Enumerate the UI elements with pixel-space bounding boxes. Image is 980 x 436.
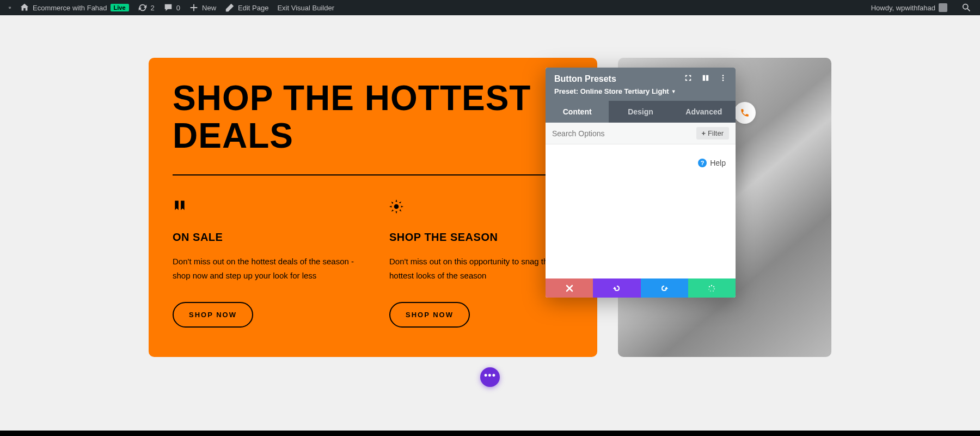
deal-col-sale: ON SALE Don't miss out on the hottest de… bbox=[173, 199, 357, 328]
update-icon bbox=[138, 3, 148, 13]
svg-point-2 bbox=[722, 77, 724, 79]
svg-point-6 bbox=[714, 288, 715, 289]
new-link[interactable]: New bbox=[185, 0, 220, 15]
preset-selector[interactable]: Preset: Online Store Tertiary Light ▼ bbox=[554, 87, 727, 95]
expand-button[interactable] bbox=[684, 74, 692, 84]
avatar bbox=[939, 3, 947, 12]
comments-count: 0 bbox=[176, 4, 180, 12]
wordpress-icon bbox=[9, 3, 11, 13]
panel-title: Button Presets bbox=[554, 74, 616, 84]
svg-point-5 bbox=[713, 286, 714, 287]
howdy-text: Howdy, wpwithfahad bbox=[871, 4, 935, 12]
builder-fab[interactable]: ••• bbox=[480, 367, 500, 387]
help-link[interactable]: ? Help bbox=[698, 159, 726, 167]
page-canvas: SHOP THE HOTTEST DEALS ON SALE Don't mis… bbox=[0, 15, 980, 436]
home-icon bbox=[20, 3, 29, 13]
shop-now-button[interactable]: SHOP NOW bbox=[389, 302, 470, 328]
redo-button[interactable] bbox=[641, 278, 688, 298]
edit-page-label: Edit Page bbox=[238, 4, 268, 12]
exit-builder-link[interactable]: Exit Visual Builder bbox=[273, 0, 339, 15]
filter-button[interactable]: + Filter bbox=[696, 127, 729, 140]
live-badge: Live bbox=[111, 4, 129, 11]
phone-icon bbox=[740, 108, 750, 118]
deals-title: SHOP THE HOTTEST DEALS bbox=[173, 80, 573, 155]
phone-badge[interactable] bbox=[734, 102, 756, 124]
divider bbox=[173, 174, 573, 175]
panel-search-bar: + Filter bbox=[546, 123, 736, 144]
cancel-button[interactable] bbox=[546, 278, 593, 298]
pencil-icon bbox=[225, 3, 235, 13]
svg-point-8 bbox=[710, 290, 711, 291]
new-label: New bbox=[202, 4, 216, 12]
bottom-bar bbox=[0, 431, 980, 436]
tab-content[interactable]: Content bbox=[546, 101, 609, 123]
panel-body: ? Help bbox=[546, 144, 736, 278]
help-icon: ? bbox=[698, 159, 707, 167]
panel-footer bbox=[546, 278, 736, 298]
comment-icon bbox=[163, 3, 173, 13]
panel-header[interactable]: Button Presets Preset: Online Store Tert… bbox=[546, 68, 736, 101]
columns-icon bbox=[702, 74, 709, 82]
wp-admin-bar: Ecommerce with Fahad Live 2 0 New Edit P… bbox=[0, 0, 980, 15]
user-menu[interactable]: Howdy, wpwithfahad bbox=[867, 0, 952, 15]
loading-icon bbox=[707, 284, 716, 293]
more-button[interactable] bbox=[719, 74, 727, 84]
save-button[interactable] bbox=[688, 278, 736, 298]
updates-count: 2 bbox=[151, 4, 155, 12]
updates-link[interactable]: 2 bbox=[133, 0, 159, 15]
more-icon bbox=[719, 74, 727, 82]
expand-icon bbox=[684, 74, 692, 82]
close-icon bbox=[565, 284, 574, 293]
undo-button[interactable] bbox=[593, 278, 640, 298]
edit-page-link[interactable]: Edit Page bbox=[220, 0, 273, 15]
svg-point-0 bbox=[394, 204, 399, 209]
filter-label: Filter bbox=[708, 129, 724, 137]
snap-button[interactable] bbox=[702, 74, 709, 84]
deals-block: SHOP THE HOTTEST DEALS ON SALE Don't mis… bbox=[149, 58, 597, 357]
redo-icon bbox=[660, 284, 669, 293]
svg-point-10 bbox=[709, 286, 710, 287]
svg-point-3 bbox=[722, 80, 724, 81]
comments-link[interactable]: 0 bbox=[159, 0, 185, 15]
help-label: Help bbox=[710, 159, 726, 167]
tab-advanced[interactable]: Advanced bbox=[672, 101, 736, 123]
search-input[interactable] bbox=[552, 129, 691, 138]
tab-design[interactable]: Design bbox=[609, 101, 672, 123]
exit-builder-label: Exit Visual Builder bbox=[277, 4, 334, 12]
caret-down-icon: ▼ bbox=[671, 89, 676, 94]
site-name: Ecommerce with Fahad bbox=[33, 4, 107, 12]
button-presets-panel: Button Presets Preset: Online Store Tert… bbox=[546, 68, 736, 298]
site-name-link[interactable]: Ecommerce with Fahad Live bbox=[15, 0, 133, 15]
svg-point-7 bbox=[713, 290, 714, 291]
panel-tabs: Content Design Advanced bbox=[546, 101, 736, 123]
shop-now-button[interactable]: SHOP NOW bbox=[173, 302, 253, 328]
deal-text: Don't miss out on the hottest deals of t… bbox=[173, 255, 357, 282]
plus-icon: + bbox=[702, 129, 706, 137]
bookmark-icon bbox=[173, 199, 357, 217]
svg-point-9 bbox=[708, 288, 709, 289]
deal-heading: ON SALE bbox=[173, 231, 357, 244]
plus-icon bbox=[189, 3, 199, 13]
preset-label: Preset: Online Store Tertiary Light bbox=[554, 87, 669, 95]
wp-logo[interactable] bbox=[4, 2, 15, 13]
search-icon bbox=[961, 3, 971, 13]
svg-point-4 bbox=[711, 284, 712, 286]
svg-point-1 bbox=[722, 75, 724, 76]
search-toggle[interactable] bbox=[957, 0, 976, 15]
undo-icon bbox=[612, 284, 621, 293]
